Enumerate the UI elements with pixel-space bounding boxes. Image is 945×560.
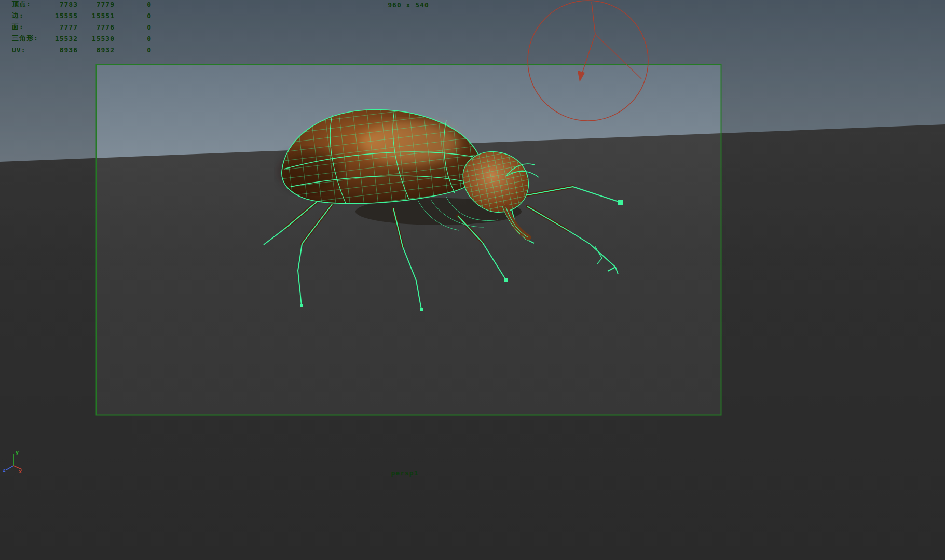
hud-count-total: 15555: [54, 12, 78, 20]
hud-count-selected: 0: [115, 46, 152, 54]
hud-row-label: 三角形:: [12, 34, 54, 43]
hud-count-selected: 0: [115, 35, 152, 43]
axis-z-label: z: [3, 467, 6, 473]
poly-count-hud: 顶点: 7783 7779 0 边: 15555 15551 0 面: 7777…: [12, 0, 152, 55]
hud-row-label: 边:: [12, 11, 54, 20]
camera-name-label: persp1: [358, 469, 451, 477]
hud-count-total: 7783: [54, 1, 78, 8]
hud-count-selected: 0: [115, 1, 152, 8]
viewport-3d[interactable]: y x z 顶点: 7783 7779 0 边: 15555 15551 0 面…: [0, 0, 945, 560]
hud-count-object: 15551: [78, 12, 115, 20]
hud-count-selected: 0: [115, 12, 152, 20]
hud-count-object: 8932: [78, 46, 115, 54]
hud-row-label: UV:: [12, 46, 54, 54]
hud-row-edges: 边: 15555 15551 0: [12, 10, 152, 21]
hud-count-object: 7779: [78, 1, 115, 8]
hud-count-object: 15530: [78, 35, 115, 43]
hud-row-triangles: 三角形: 15532 15530 0: [12, 33, 152, 44]
hud-count-selected: 0: [115, 23, 152, 31]
hud-count-total: 8936: [54, 46, 78, 54]
hud-count-total: 15532: [54, 35, 78, 43]
axis-y-label: y: [16, 450, 19, 455]
hud-count-object: 7776: [78, 23, 115, 31]
hud-row-label: 面:: [12, 22, 54, 32]
resolution-gate-label: 960 x 540: [362, 1, 455, 9]
hud-row-label: 顶点:: [12, 0, 54, 9]
hud-row-uvs: UV: 8936 8932 0: [12, 44, 152, 55]
hud-count-total: 7777: [54, 23, 78, 31]
axis-x-label: x: [19, 469, 22, 474]
scene-canvas: y x z: [0, 0, 945, 560]
hud-row-faces: 面: 7777 7776 0: [12, 21, 152, 33]
hud-row-vertices: 顶点: 7783 7779 0: [12, 0, 152, 10]
